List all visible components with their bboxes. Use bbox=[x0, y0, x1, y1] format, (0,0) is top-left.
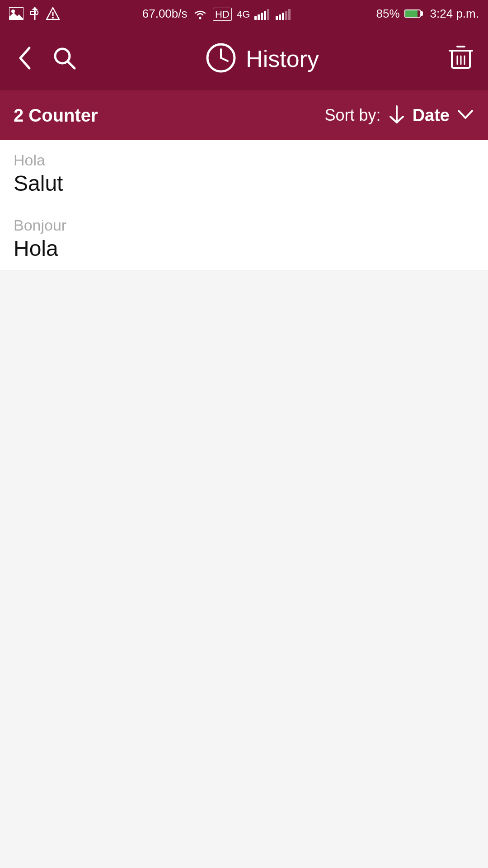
clock-icon bbox=[205, 42, 237, 75]
sort-direction-icon bbox=[388, 105, 406, 125]
svg-rect-5 bbox=[35, 11, 38, 14]
svg-rect-16 bbox=[279, 14, 281, 20]
counter-label: 2 Counter bbox=[14, 105, 98, 126]
network-speed: 67.00b/s bbox=[142, 7, 188, 20]
sort-bar: 2 Counter Sort by: Date bbox=[0, 90, 488, 140]
svg-rect-19 bbox=[288, 9, 291, 20]
time-display: 3:24 p.m. bbox=[430, 7, 479, 21]
svg-rect-10 bbox=[254, 16, 257, 20]
list-item[interactable]: Bonjour Hola bbox=[0, 205, 488, 270]
status-right: 85% 3:24 p.m. bbox=[376, 7, 479, 21]
status-left-icons bbox=[9, 7, 60, 20]
signal-icon bbox=[254, 9, 270, 20]
status-bar: 67.00b/s HD 4G 85% bbox=[0, 0, 488, 27]
list-item[interactable]: Hola Salut bbox=[0, 140, 488, 205]
app-bar-title: History bbox=[205, 42, 319, 75]
item-source-0: Hola bbox=[14, 151, 474, 169]
svg-line-21 bbox=[68, 61, 75, 68]
svg-rect-17 bbox=[282, 13, 284, 20]
battery-percent: 85% bbox=[376, 7, 400, 21]
back-button[interactable] bbox=[14, 46, 38, 72]
sort-dropdown-icon[interactable] bbox=[456, 105, 474, 125]
svg-rect-12 bbox=[261, 13, 263, 20]
svg-point-9 bbox=[199, 17, 201, 19]
delete-button[interactable] bbox=[447, 44, 474, 73]
network-type: 4G bbox=[237, 9, 250, 20]
app-bar-left bbox=[14, 46, 77, 72]
svg-line-24 bbox=[221, 58, 228, 61]
sort-controls[interactable]: Sort by: Date bbox=[325, 105, 474, 125]
history-list: Hola Salut Bonjour Hola bbox=[0, 140, 488, 270]
content-area bbox=[0, 270, 488, 868]
warning-icon bbox=[46, 7, 60, 20]
signal2-icon bbox=[276, 9, 291, 20]
item-translation-0: Salut bbox=[14, 171, 474, 196]
hd-badge: HD bbox=[213, 8, 232, 21]
svg-rect-4 bbox=[31, 12, 34, 14]
search-button[interactable] bbox=[52, 46, 77, 72]
svg-point-8 bbox=[52, 17, 54, 19]
app-bar: History bbox=[0, 27, 488, 90]
sort-by-label: Sort by: bbox=[325, 106, 381, 125]
svg-marker-2 bbox=[9, 13, 23, 20]
image-icon bbox=[9, 7, 23, 20]
status-center: 67.00b/s HD 4G bbox=[142, 7, 294, 21]
item-translation-1: Hola bbox=[14, 236, 474, 261]
usb-icon bbox=[29, 7, 41, 20]
svg-rect-13 bbox=[264, 11, 266, 20]
svg-rect-15 bbox=[276, 16, 278, 20]
svg-point-1 bbox=[11, 9, 15, 13]
sort-value-label: Date bbox=[413, 106, 450, 125]
svg-rect-18 bbox=[285, 11, 287, 20]
svg-rect-11 bbox=[258, 14, 260, 20]
battery-icon bbox=[404, 9, 423, 18]
page-title: History bbox=[246, 45, 319, 72]
svg-rect-14 bbox=[267, 9, 269, 20]
item-source-1: Bonjour bbox=[14, 217, 474, 234]
wifi-icon bbox=[193, 9, 207, 20]
